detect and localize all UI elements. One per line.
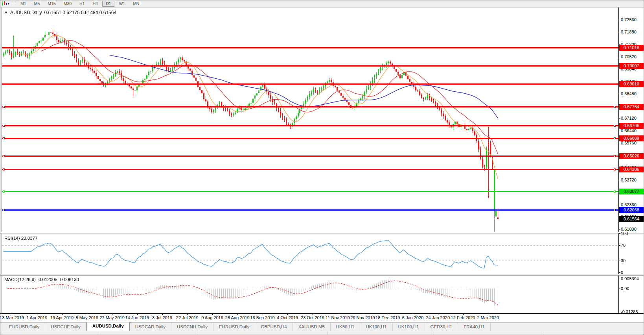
price-tick-label: 0.66440 xyxy=(621,128,637,133)
horizontal-line-0.69010[interactable] xyxy=(2,83,618,85)
line-handle-right[interactable] xyxy=(614,191,616,192)
chart-tab-fra40-h1[interactable]: FRA40,H1 xyxy=(458,323,491,331)
timeframe-button-mn[interactable]: MN xyxy=(129,1,143,7)
pane-splitter-macd[interactable] xyxy=(0,274,644,276)
price-line-label[interactable]: 0.70007 xyxy=(619,63,644,69)
line-handle-left[interactable] xyxy=(3,209,5,211)
date-label: 22 Jul 2019 xyxy=(176,315,199,320)
line-handle-right[interactable] xyxy=(614,168,616,170)
horizontal-line-0.63077[interactable] xyxy=(2,191,618,192)
timeframe-buttons: M1M5M15M30H1H4D1W1MN xyxy=(17,1,143,7)
date-label: 27 May 2019 xyxy=(99,315,125,320)
timeframe-button-h4[interactable]: H4 xyxy=(89,1,101,7)
toolbar-grip[interactable] xyxy=(12,1,15,6)
line-handle-left[interactable] xyxy=(3,168,5,170)
price-line-label[interactable]: 0.63077 xyxy=(619,189,644,194)
line-handle-left[interactable] xyxy=(3,137,5,139)
pane-splitter-rsi[interactable] xyxy=(0,232,644,233)
chart-tab-usdcad-daily[interactable]: USDCAD,Daily xyxy=(130,323,171,331)
line-handle-right[interactable] xyxy=(614,137,616,139)
date-tick-mark xyxy=(12,313,12,315)
timeframe-button-m15[interactable]: M15 xyxy=(44,1,59,7)
horizontal-line-0.65026[interactable] xyxy=(2,155,618,157)
line-handle-right[interactable] xyxy=(614,209,616,211)
chart-tab-audusd-daily[interactable]: AUDUSD,Daily xyxy=(86,322,130,331)
dropdown-caret-icon[interactable]: ▾ xyxy=(7,2,9,6)
price-tick-label: 0.72560 xyxy=(621,17,637,22)
line-handle-left[interactable] xyxy=(3,191,5,192)
line-handle-left[interactable] xyxy=(3,125,5,127)
chart-tab-xauusd-m5[interactable]: XAUUSD,M5 xyxy=(293,323,331,331)
date-tick-mark xyxy=(212,313,213,315)
price-line-label[interactable]: 0.67754 xyxy=(619,104,644,110)
date-tick-mark xyxy=(488,313,488,315)
horizontal-line-0.62068[interactable] xyxy=(2,209,618,211)
chart-tabbar: EURUSD,DailyUSDCHF,DailyAUDUSD,DailyUSDC… xyxy=(0,322,644,331)
horizontal-line-0.66706[interactable] xyxy=(2,125,618,126)
date-label: 12 Feb 2020 xyxy=(451,315,475,320)
line-handle-left[interactable] xyxy=(3,155,5,157)
date-tick-mark xyxy=(62,313,63,315)
price-tick-mark xyxy=(618,57,620,57)
line-handle-right[interactable] xyxy=(614,155,616,157)
macd-tick-label: -0.01283 xyxy=(621,309,638,314)
price-tick-label: 0.71880 xyxy=(621,30,637,34)
macd-label: MACD(12,26,9) -0.012005 -0.006130 xyxy=(4,277,79,282)
chart-tab-uk100-h1[interactable]: UK100,H1 xyxy=(360,323,392,331)
price-chart-canvas[interactable] xyxy=(2,7,618,313)
date-label: 3 Jul 2019 xyxy=(152,315,172,320)
date-label: 1 Apr 2019 xyxy=(26,315,47,320)
horizontal-line-0.64306[interactable] xyxy=(2,169,618,170)
horizontal-line-0.66009[interactable] xyxy=(2,138,618,139)
horizontal-line-0.70007[interactable] xyxy=(2,65,618,67)
price-tick-mark xyxy=(618,205,620,205)
chart-tab-eurusd-daily[interactable]: EURUSD,Daily xyxy=(4,323,45,331)
price-axis-line xyxy=(618,7,619,313)
horizontal-line-0.71016[interactable] xyxy=(2,47,618,48)
rsi-tick-label: 0 xyxy=(621,270,623,275)
current-price-line xyxy=(2,219,618,219)
line-handle-right[interactable] xyxy=(614,106,616,108)
price-line-label[interactable]: 0.62068 xyxy=(619,207,644,213)
timeframe-button-m30[interactable]: M30 xyxy=(60,1,75,7)
chart-tab-usdchf-daily[interactable]: USDCHF,Daily xyxy=(45,323,86,331)
collapse-arrow-icon[interactable]: ▼ xyxy=(4,11,8,15)
date-label: 13 Mar 2019 xyxy=(0,315,24,320)
rsi-value: 23.8377 xyxy=(21,236,38,241)
chart-tab-uk100-h1[interactable]: UK100,H1 xyxy=(393,323,425,331)
horizontal-line-0.67754[interactable] xyxy=(2,106,618,107)
price-tick-label: 0.68480 xyxy=(621,91,637,96)
date-label: 14 Jun 2019 xyxy=(125,315,149,320)
timeframe-button-h1[interactable]: H1 xyxy=(76,1,88,7)
timeframe-button-d1[interactable]: D1 xyxy=(102,1,114,7)
chart-tab-usdcnh-daily[interactable]: USDCNH,Daily xyxy=(171,323,213,331)
line-handle-right[interactable] xyxy=(614,125,616,127)
timeframe-button-w1[interactable]: W1 xyxy=(115,1,129,7)
new-chart-icon[interactable]: ▾ xyxy=(0,1,11,7)
price-line-label[interactable]: 0.64306 xyxy=(619,167,644,172)
rsi-tick-label: 70 xyxy=(621,243,626,248)
date-label: 18 Dec 2019 xyxy=(375,315,400,320)
date-tick-mark xyxy=(37,313,37,315)
current-price-label: 0.61564 xyxy=(619,216,644,222)
price-line-label[interactable]: 0.65026 xyxy=(619,153,644,159)
date-label: 16 Sep 2019 xyxy=(250,315,274,320)
price-tick-mark xyxy=(618,180,620,180)
price-line-label[interactable]: 0.69010 xyxy=(619,81,644,87)
date-tick-mark xyxy=(313,313,313,315)
price-line-label[interactable]: 0.66009 xyxy=(619,135,644,141)
chart-tab-hk50-h1[interactable]: HK50,H1 xyxy=(331,323,361,331)
toolbar: ▾ M1M5M15M30H1H4D1W1MN xyxy=(0,0,644,7)
date-label: 9 Aug 2019 xyxy=(201,315,223,320)
line-handle-left[interactable] xyxy=(3,106,5,108)
price-line-label[interactable]: 0.66706 xyxy=(619,123,644,129)
timeframe-button-m1[interactable]: M1 xyxy=(17,1,30,7)
chart-tab-gbpusd-h4[interactable]: GBPUSD,H4 xyxy=(255,323,293,331)
timeframe-button-m5[interactable]: M5 xyxy=(31,1,44,7)
symbol-period-label: AUDUSD,Daily xyxy=(10,10,42,15)
chart-tab-ger30-h1[interactable]: GER30,H1 xyxy=(425,323,458,331)
date-tick-mark xyxy=(338,313,338,315)
chart-tab-eurusd-daily[interactable]: EURUSD,Daily xyxy=(213,323,255,331)
price-line-label[interactable]: 0.71016 xyxy=(619,45,644,51)
date-tick-mark xyxy=(388,313,388,315)
